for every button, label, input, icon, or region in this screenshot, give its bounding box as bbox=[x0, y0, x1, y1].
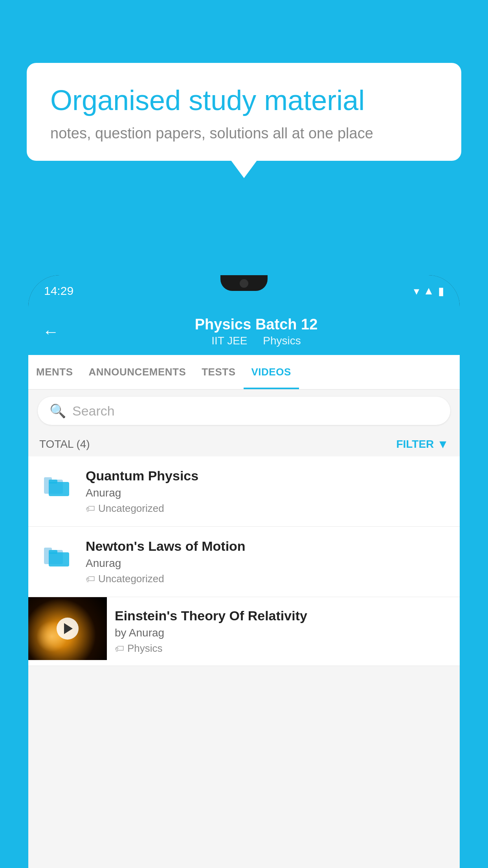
svg-rect-7 bbox=[49, 550, 57, 554]
search-placeholder[interactable]: Search bbox=[72, 403, 115, 419]
play-icon bbox=[64, 623, 73, 634]
bubble-title: Organised study material bbox=[50, 83, 438, 117]
search-bar[interactable]: 🔍 Search bbox=[38, 397, 450, 425]
video-info-2: Newton's Laws of Motion Anurag 🏷 Uncateg… bbox=[86, 539, 449, 585]
svg-rect-2 bbox=[49, 482, 69, 496]
header-subtitle-physics: Physics bbox=[263, 335, 301, 347]
signal-icon: ▲ bbox=[423, 285, 434, 297]
video-author-1: Anurag bbox=[86, 487, 449, 499]
video-tag-label-1: Uncategorized bbox=[98, 502, 164, 515]
header-title-area: Physics Batch 12 IIT JEE Physics bbox=[67, 316, 446, 347]
app-header: ← Physics Batch 12 IIT JEE Physics bbox=[28, 307, 460, 355]
video-tag-1: 🏷 Uncategorized bbox=[86, 502, 449, 515]
front-camera bbox=[240, 279, 248, 288]
video-title-1: Quantum Physics bbox=[86, 468, 449, 484]
video-folder-icon-1 bbox=[39, 468, 75, 504]
video-tag-2: 🏷 Uncategorized bbox=[86, 573, 449, 585]
video-info-3: Einstein's Theory Of Relativity by Anura… bbox=[107, 597, 460, 666]
back-button[interactable]: ← bbox=[42, 322, 59, 341]
tab-ments[interactable]: MENTS bbox=[28, 355, 81, 389]
phone-notch bbox=[220, 275, 268, 291]
video-title-2: Newton's Laws of Motion bbox=[86, 539, 449, 554]
list-item[interactable]: Newton's Laws of Motion Anurag 🏷 Uncateg… bbox=[28, 527, 460, 597]
phone-frame: 14:29 ▾ ▲ ▮ ← Physics Batch 12 IIT JEE P… bbox=[28, 275, 460, 868]
status-icons: ▾ ▲ ▮ bbox=[414, 285, 444, 298]
total-count: TOTAL (4) bbox=[39, 438, 90, 451]
svg-rect-6 bbox=[49, 552, 69, 566]
tabs-bar: MENTS ANNOUNCEMENTS TESTS VIDEOS bbox=[28, 355, 460, 390]
bubble-subtitle: notes, question papers, solutions all at… bbox=[50, 125, 438, 142]
batch-title: Physics Batch 12 bbox=[67, 316, 446, 333]
tab-videos[interactable]: VIDEOS bbox=[244, 355, 299, 389]
play-button[interactable] bbox=[57, 618, 79, 640]
video-list: Quantum Physics Anurag 🏷 Uncategorized bbox=[28, 456, 460, 666]
filter-label: FILTER bbox=[396, 438, 434, 451]
filter-bar: TOTAL (4) FILTER ▼ bbox=[28, 432, 460, 456]
video-author-2: Anurag bbox=[86, 557, 449, 570]
speech-bubble-card: Organised study material notes, question… bbox=[27, 63, 461, 161]
video-title-3: Einstein's Theory Of Relativity bbox=[115, 608, 452, 623]
header-subtitle-iitjee: IIT JEE bbox=[211, 335, 247, 347]
video-tag-3: 🏷 Physics bbox=[115, 642, 452, 655]
tab-announcements[interactable]: ANNOUNCEMENTS bbox=[81, 355, 194, 389]
svg-rect-3 bbox=[49, 480, 57, 484]
tab-tests[interactable]: TESTS bbox=[194, 355, 243, 389]
tag-icon-2: 🏷 bbox=[86, 574, 95, 585]
wifi-icon: ▾ bbox=[414, 285, 419, 298]
einstein-thumbnail bbox=[28, 597, 107, 660]
video-folder-icon-2 bbox=[39, 539, 75, 574]
filter-button[interactable]: FILTER ▼ bbox=[396, 438, 449, 451]
video-info-1: Quantum Physics Anurag 🏷 Uncategorized bbox=[86, 468, 449, 515]
batch-subtitle: IIT JEE Physics bbox=[67, 335, 446, 347]
status-bar: 14:29 ▾ ▲ ▮ bbox=[28, 275, 460, 307]
list-item[interactable]: Einstein's Theory Of Relativity by Anura… bbox=[28, 597, 460, 666]
video-author-3: by Anurag bbox=[115, 627, 452, 639]
phone-screen: ← Physics Batch 12 IIT JEE Physics MENTS… bbox=[28, 307, 460, 868]
tag-icon-1: 🏷 bbox=[86, 503, 95, 514]
video-tag-label-2: Uncategorized bbox=[98, 573, 164, 585]
tag-icon-3: 🏷 bbox=[115, 643, 124, 654]
filter-icon: ▼ bbox=[437, 438, 449, 451]
video-tag-label-3: Physics bbox=[127, 642, 163, 655]
status-time: 14:29 bbox=[44, 284, 73, 298]
list-item[interactable]: Quantum Physics Anurag 🏷 Uncategorized bbox=[28, 456, 460, 527]
battery-icon: ▮ bbox=[438, 285, 444, 298]
search-icon: 🔍 bbox=[50, 403, 66, 419]
